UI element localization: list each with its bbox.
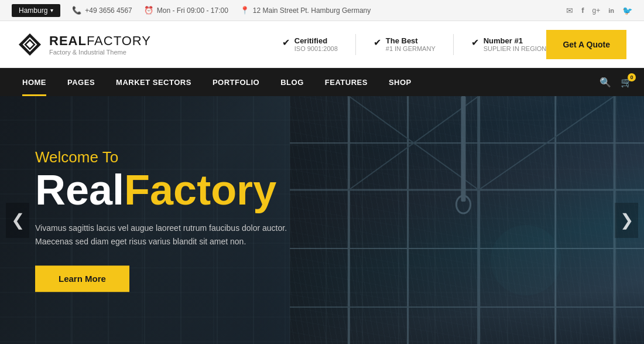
linkedin-icon[interactable]: in [608, 7, 614, 14]
top-bar-right: ✉ f g+ in 🐦 [566, 6, 632, 15]
nav-item-market-sectors[interactable]: MARKET SECTORS [105, 68, 202, 96]
badge-divider-1 [355, 34, 356, 55]
location-dropdown[interactable]: Hamburg ▾ [12, 4, 60, 17]
nav-links: HOME PAGES MARKET SECTORS PORTFOLIO BLOG… [12, 68, 600, 96]
badge-divider-2 [453, 34, 454, 55]
nav-item-blog[interactable]: BLOG [270, 68, 314, 96]
header-badges: ✔ Ceritified ISO 9001:2008 ✔ The Best #1… [282, 34, 547, 55]
header: REALFACTORY Factory & Industrial Theme ✔… [0, 21, 644, 68]
top-bar: Hamburg ▾ 📞 +49 3656 4567 ⏰ Mon - Fri 09… [0, 0, 644, 21]
get-quote-button[interactable]: Get A Quote [546, 30, 626, 59]
facebook-icon[interactable]: f [581, 6, 584, 15]
nav-item-shop[interactable]: SHOP [378, 68, 422, 96]
prev-slide-button[interactable]: ❮ [6, 203, 29, 238]
badge-best-text: The Best #1 IN GERMANY [386, 36, 436, 52]
email-social-icon[interactable]: ✉ [566, 6, 573, 15]
navbar: HOME PAGES MARKET SECTORS PORTFOLIO BLOG… [0, 68, 644, 96]
google-plus-icon[interactable]: g+ [592, 6, 601, 15]
cart-badge: 0 [628, 73, 636, 81]
nav-icons: 🔍 🛒 0 [600, 77, 632, 88]
badge-number1: ✔ Number #1 SUPLIER IN REGION [471, 36, 547, 52]
hero-section: Welcome To RealFactory Vivamus sagittis … [0, 96, 644, 344]
address-info: 📍 12 Main Street Pt. Hamburg Germany [240, 6, 371, 15]
search-icon[interactable]: 🔍 [600, 77, 611, 88]
top-bar-left: Hamburg ▾ 📞 +49 3656 4567 ⏰ Mon - Fri 09… [12, 4, 566, 17]
hero-content: Welcome To RealFactory Vivamus sagittis … [35, 148, 287, 292]
location-label: Hamburg [19, 6, 47, 15]
twitter-icon[interactable]: 🐦 [622, 6, 632, 15]
check-icon-1: ✔ [282, 37, 290, 48]
badge-best: ✔ The Best #1 IN GERMANY [374, 36, 436, 52]
logo-name: REALFACTORY [49, 33, 151, 49]
hero-title-yellow: Factory [124, 166, 276, 213]
badge-number1-text: Number #1 SUPLIER IN REGION [484, 36, 547, 52]
clock-icon: ⏰ [144, 6, 153, 15]
logo-text: REALFACTORY Factory & Industrial Theme [49, 33, 151, 56]
phone-info: 📞 +49 3656 4567 [72, 6, 132, 15]
cart-icon[interactable]: 🛒 0 [621, 77, 632, 88]
hours-info: ⏰ Mon - Fri 09:00 - 17:00 [144, 6, 228, 15]
nav-item-features[interactable]: FEATURES [314, 68, 378, 96]
check-icon-3: ✔ [471, 37, 479, 48]
nav-item-pages[interactable]: PAGES [57, 68, 105, 96]
badge-certified-text: Ceritified ISO 9001:2008 [294, 36, 338, 52]
logo-subtitle: Factory & Industrial Theme [49, 49, 151, 56]
hero-welcome: Welcome To [35, 148, 287, 166]
hero-description: Vivamus sagittis lacus vel augue laoreet… [35, 222, 287, 250]
logo-icon[interactable] [18, 32, 42, 57]
hero-title: RealFactory [35, 169, 287, 211]
logo-area: REALFACTORY Factory & Industrial Theme [18, 32, 282, 57]
badge-certified: ✔ Ceritified ISO 9001:2008 [282, 36, 338, 52]
learn-more-button[interactable]: Learn More [35, 265, 129, 292]
location-icon: 📍 [240, 6, 249, 15]
nav-item-portfolio[interactable]: PORTFOLIO [202, 68, 270, 96]
nav-item-home[interactable]: HOME [12, 68, 57, 96]
chevron-down-icon: ▾ [50, 7, 53, 13]
hero-title-white: Real [35, 166, 124, 213]
next-slide-button[interactable]: ❯ [615, 203, 638, 238]
check-icon-2: ✔ [374, 37, 381, 48]
logo-svg [18, 32, 42, 57]
phone-icon: 📞 [72, 6, 81, 15]
